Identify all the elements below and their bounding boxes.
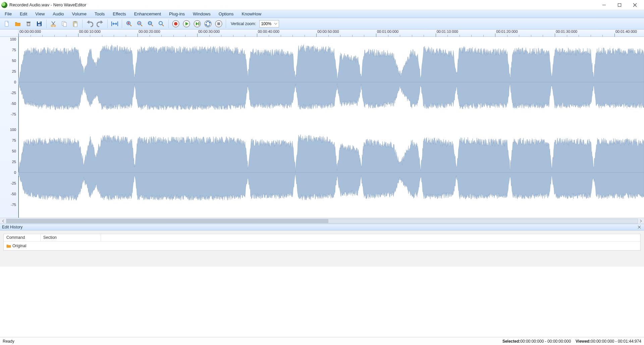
time-ruler[interactable]: 00:00:00:00000:00:10:00000:00:20:00000:0…	[0, 29, 644, 37]
svg-rect-18	[74, 23, 77, 27]
undo-button[interactable]	[85, 19, 95, 28]
chevron-down-icon	[274, 22, 277, 25]
zoom-selection-button[interactable]	[146, 19, 156, 28]
play-selection-button[interactable]	[192, 19, 202, 28]
column-command[interactable]: Command	[4, 234, 41, 241]
zoom-in-button[interactable]	[124, 19, 134, 28]
menu-audio[interactable]: Audio	[49, 10, 68, 18]
status-viewed-label: Viewed:	[576, 339, 591, 344]
history-command: Original	[12, 244, 26, 248]
amplitude-label: 50	[12, 59, 16, 63]
close-button[interactable]	[627, 0, 643, 10]
svg-rect-6	[28, 23, 29, 25]
table-row[interactable]: Original	[6, 243, 638, 249]
menu-edit[interactable]: Edit	[16, 10, 31, 18]
svg-rect-15	[63, 22, 66, 26]
play-button[interactable]	[181, 19, 192, 28]
svg-point-13	[54, 25, 56, 26]
amplitude-label: -50	[11, 101, 16, 106]
toolbar: Vertical zoom: 100%	[0, 18, 644, 29]
menu-view[interactable]: View	[31, 10, 49, 18]
menu-options[interactable]: Options	[215, 10, 238, 18]
amplitude-label: 0	[14, 80, 16, 84]
menu-volume[interactable]: Volume	[68, 10, 91, 18]
svg-rect-24	[149, 22, 151, 24]
cut-button[interactable]	[49, 19, 59, 28]
toolbar-separator	[107, 19, 108, 28]
amplitude-label: 25	[12, 160, 16, 164]
menu-plugins[interactable]: Plug-ins	[165, 10, 189, 18]
fit-width-button[interactable]	[110, 19, 120, 28]
svg-rect-33	[217, 22, 220, 25]
amplitude-label: -75	[11, 112, 16, 116]
vertical-zoom-label: Vertical zoom:	[231, 21, 256, 26]
status-selected-value: 00:00:00:000 - 00:00:00:000	[520, 339, 571, 344]
zoom-out-button[interactable]	[135, 19, 145, 28]
svg-point-27	[174, 22, 177, 25]
menu-tools[interactable]: Tools	[91, 10, 109, 18]
svg-rect-5	[28, 23, 28, 25]
svg-point-12	[51, 25, 53, 26]
svg-rect-11	[40, 22, 40, 23]
vertical-zoom-select[interactable]: 100%	[259, 20, 279, 27]
maximize-button[interactable]	[612, 0, 627, 10]
horizontal-scrollbar[interactable]	[0, 218, 644, 224]
waveform-area[interactable]: 1007550250-25-50-751007550250-25-50-75	[0, 37, 644, 218]
svg-rect-19	[111, 21, 112, 26]
scrollbar-track[interactable]	[6, 219, 638, 223]
svg-rect-17	[74, 21, 76, 22]
menu-effects[interactable]: Effects	[109, 10, 130, 18]
open-file-button[interactable]	[13, 19, 23, 28]
menu-enhancement[interactable]: Enhancement	[130, 10, 165, 18]
scroll-left-icon[interactable]	[1, 219, 6, 223]
svg-rect-10	[38, 24, 41, 26]
amplitude-gutter: 1007550250-25-50-751007550250-25-50-75	[0, 37, 18, 218]
menu-bar: File Edit View Audio Volume Tools Effect…	[0, 10, 644, 18]
zoom-reset-button[interactable]	[156, 19, 166, 28]
vertical-zoom-value: 100%	[261, 21, 271, 26]
scrollbar-thumb[interactable]	[6, 219, 328, 223]
menu-knowhow[interactable]: KnowHow	[238, 10, 266, 18]
save-button[interactable]	[34, 19, 44, 28]
amplitude-label: 75	[12, 138, 16, 142]
amplitude-label: 75	[12, 48, 16, 52]
menu-windows[interactable]: Windows	[189, 10, 215, 18]
amplitude-label: 25	[12, 69, 16, 73]
delete-button[interactable]	[23, 19, 34, 28]
status-bar: Ready Selected:00:00:00:000 - 00:00:00:0…	[0, 337, 644, 345]
paste-button[interactable]	[70, 19, 80, 28]
amplitude-label: -25	[11, 91, 16, 95]
waveform-channel-right[interactable]	[18, 127, 644, 218]
amplitude-label: 100	[10, 37, 16, 41]
amplitude-label: 100	[10, 128, 16, 132]
new-file-button[interactable]	[2, 19, 12, 28]
menu-file[interactable]: File	[1, 10, 16, 18]
toolbar-separator	[122, 19, 122, 28]
redo-button[interactable]	[95, 19, 105, 28]
column-section[interactable]: Section	[41, 234, 101, 241]
edit-history-panel: Command Section Original	[0, 230, 644, 267]
status-viewed-value: 00:00:00:000 - 00:01:44:974	[591, 339, 641, 344]
svg-point-25	[159, 21, 162, 25]
svg-rect-7	[29, 23, 30, 25]
svg-rect-20	[117, 21, 118, 26]
svg-rect-2	[5, 21, 8, 26]
copy-button[interactable]	[59, 19, 69, 28]
svg-rect-1	[618, 3, 621, 6]
waveform-channel-left[interactable]	[18, 37, 644, 127]
minimize-button[interactable]	[596, 0, 612, 10]
amplitude-label: 0	[14, 170, 16, 175]
folder-icon	[6, 244, 11, 248]
toolbar-separator	[82, 19, 83, 28]
svg-rect-30	[199, 22, 199, 25]
scroll-right-icon[interactable]	[638, 219, 643, 223]
status-selected-label: Selected:	[502, 339, 520, 344]
stop-button[interactable]	[214, 19, 224, 28]
record-button[interactable]	[171, 19, 181, 28]
table-header: Command Section	[4, 234, 640, 242]
svg-rect-0	[602, 5, 606, 5]
toolbar-separator	[168, 19, 169, 28]
panel-close-button[interactable]	[637, 224, 642, 230]
loop-button[interactable]	[203, 19, 213, 28]
edit-history-title: Edit History	[2, 225, 22, 229]
